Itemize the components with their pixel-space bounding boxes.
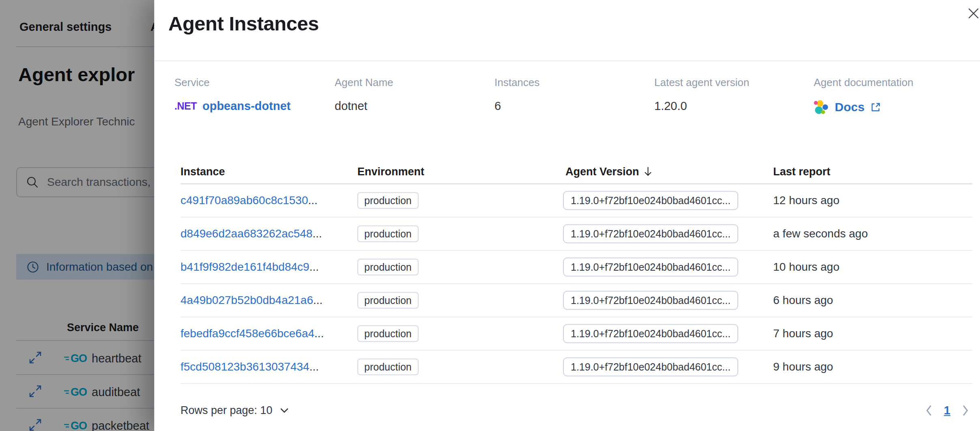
- table-row: b41f9f982de161f4bd84c9... production 1.1…: [181, 251, 972, 284]
- summary-label: Service: [174, 76, 290, 89]
- environment-badge: production: [357, 259, 419, 276]
- page-number[interactable]: 1: [944, 404, 950, 417]
- agent-version-badge: 1.19.0+f72bf10e024b0bad4601cc...: [563, 358, 738, 377]
- summary-latest-version: Latest agent version 1.20.0: [654, 76, 749, 113]
- instance-link[interactable]: febedfa9ccf458e66bce6a4: [181, 327, 314, 340]
- rows-per-page-label: Rows per page: 10: [181, 404, 273, 417]
- instance-link[interactable]: b41f9f982de161f4bd84c9: [181, 261, 309, 273]
- external-link-icon: [870, 102, 881, 113]
- summary-documentation: Agent documentation Docs: [814, 76, 913, 115]
- agent-version-badge: 1.19.0+f72bf10e024b0bad4601cc...: [563, 191, 738, 210]
- column-header-instance[interactable]: Instance: [181, 166, 225, 178]
- pagination: 1: [925, 404, 969, 417]
- column-header-agent-version[interactable]: Agent Version: [565, 166, 653, 178]
- elastic-logo-icon: [814, 99, 829, 115]
- sort-descending-icon: [643, 166, 653, 177]
- environment-badge: production: [357, 292, 419, 309]
- previous-page-icon[interactable]: [925, 404, 933, 417]
- summary-instances: Instances 6: [494, 76, 539, 113]
- last-report: 9 hours ago: [773, 360, 833, 373]
- table-row: c491f70a89ab60c8c1530... production 1.19…: [181, 184, 972, 218]
- summary-service: Service .NET opbeans-dotnet: [174, 76, 290, 113]
- environment-badge: production: [357, 359, 419, 375]
- table-header-row: Instance Environment Agent Version Last …: [181, 160, 972, 184]
- instances-count: 6: [494, 99, 539, 113]
- summary-label: Agent Name: [335, 76, 393, 89]
- dotnet-agent-icon: .NET: [174, 100, 197, 112]
- flyout-title: Agent Instances: [168, 12, 319, 35]
- chevron-down-icon: [280, 407, 289, 414]
- agent-version-badge: 1.19.0+f72bf10e024b0bad4601cc...: [563, 258, 738, 277]
- table-row: f5cd508123b3613037434... production 1.19…: [181, 351, 972, 384]
- last-report: 10 hours ago: [773, 261, 839, 274]
- last-report: 6 hours ago: [773, 294, 833, 307]
- agent-instances-flyout: Agent Instances Service .NET opbeans-dot…: [154, 0, 980, 431]
- docs-link[interactable]: Docs: [835, 100, 864, 114]
- last-report: a few seconds ago: [773, 227, 868, 240]
- last-report: 12 hours ago: [773, 194, 839, 207]
- column-header-environment[interactable]: Environment: [357, 166, 424, 178]
- table-row: febedfa9ccf458e66bce6a4... production 1.…: [181, 317, 972, 351]
- instance-link[interactable]: f5cd508123b3613037434: [181, 360, 309, 373]
- flyout-header-divider: [155, 60, 980, 61]
- summary-label: Latest agent version: [654, 76, 749, 89]
- agent-name-value: dotnet: [335, 99, 393, 113]
- agent-version-badge: 1.19.0+f72bf10e024b0bad4601cc...: [563, 224, 738, 244]
- rows-per-page-selector[interactable]: Rows per page: 10: [181, 404, 289, 417]
- instances-table: Instance Environment Agent Version Last …: [181, 160, 972, 384]
- environment-badge: production: [357, 192, 419, 209]
- table-row: d849e6d2aa683262ac548... production 1.19…: [181, 218, 972, 251]
- environment-badge: production: [357, 226, 419, 242]
- instance-link[interactable]: 4a49b027b52b0db4a21a6: [181, 294, 313, 306]
- instance-link[interactable]: c491f70a89ab60c8c1530: [181, 194, 308, 207]
- instance-link[interactable]: d849e6d2aa683262ac548: [181, 227, 312, 240]
- table-footer: Rows per page: 10 1: [181, 396, 969, 425]
- table-row: 4a49b027b52b0db4a21a6... production 1.19…: [181, 284, 972, 317]
- latest-version-value: 1.20.0: [654, 99, 749, 113]
- summary-agent-name: Agent Name dotnet: [335, 76, 393, 113]
- column-header-last-report[interactable]: Last report: [773, 166, 830, 178]
- environment-badge: production: [357, 325, 419, 342]
- agent-version-badge: 1.19.0+f72bf10e024b0bad4601cc...: [563, 324, 738, 343]
- agent-version-badge: 1.19.0+f72bf10e024b0bad4601cc...: [563, 291, 738, 310]
- summary-label: Agent documentation: [814, 76, 913, 89]
- service-name-link[interactable]: opbeans-dotnet: [202, 99, 291, 113]
- last-report: 7 hours ago: [773, 327, 833, 340]
- close-icon[interactable]: [965, 5, 980, 23]
- summary-label: Instances: [494, 76, 539, 89]
- next-page-icon[interactable]: [962, 404, 969, 417]
